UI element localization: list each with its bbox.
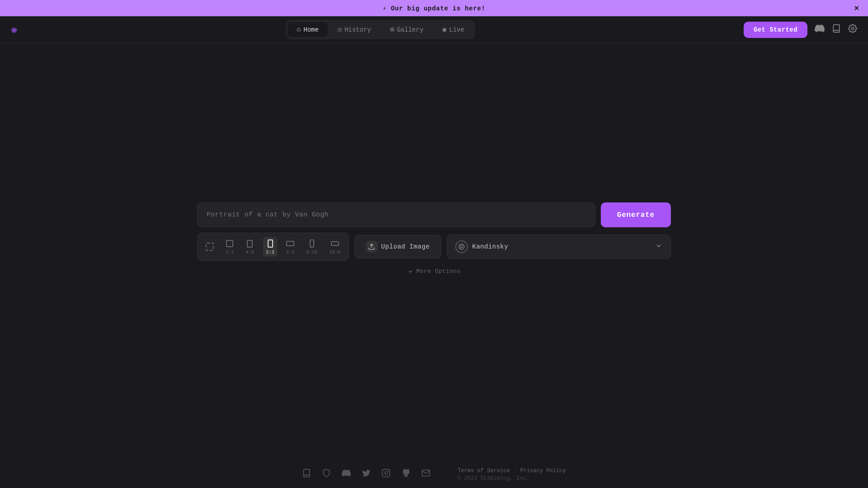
nav-label-history: History <box>344 26 371 33</box>
nav-item-live[interactable]: ◉Live <box>434 22 474 38</box>
aspect-shape-2:3 <box>268 239 273 249</box>
aspect-ratio-2:3[interactable]: 2:3 <box>263 237 277 257</box>
footer-copyright: © 2023 Stablecog, Inc. <box>458 475 529 482</box>
svg-point-6 <box>388 471 389 471</box>
nav-label-home: Home <box>303 26 319 33</box>
upload-icon <box>368 243 375 250</box>
model-selector[interactable]: Kandinsky <box>447 235 671 259</box>
nav-item-gallery[interactable]: ⊞Gallery <box>381 22 433 38</box>
banner-text: ⚡ Our big update is here! <box>382 5 486 12</box>
aspect-shape-1:1 <box>226 239 233 249</box>
footer-discord-icon[interactable] <box>342 469 351 480</box>
footer-book-icon[interactable] <box>302 469 311 480</box>
get-started-button[interactable]: Get Started <box>744 22 807 38</box>
nav-label-gallery: Gallery <box>397 26 424 33</box>
svg-point-0 <box>851 27 854 29</box>
svg-point-3 <box>459 244 464 249</box>
nav-icon-home: ⌂ <box>297 26 301 33</box>
svg-point-2 <box>460 245 462 248</box>
aspect-label-2:3: 2:3 <box>266 250 274 255</box>
main-nav: ⌂Home◷History⊞Gallery◉Live <box>286 20 475 39</box>
aspect-ratio-4:5[interactable]: 4:5 <box>243 237 257 257</box>
aspect-ratio-selector: 1:1 4:5 2:3 3:2 9:16 16:9 <box>197 233 349 261</box>
nav-icon-gallery: ⊞ <box>390 25 394 34</box>
footer: Terms of Service · Privacy Policy © 2023… <box>0 461 868 488</box>
nav-icon-live: ◉ <box>443 25 447 34</box>
aspect-ratio-3:2[interactable]: 3:2 <box>283 237 297 257</box>
terms-of-service-link[interactable]: Terms of Service <box>458 468 509 474</box>
more-options-button[interactable]: More Options <box>407 268 461 275</box>
footer-mail-icon[interactable] <box>421 469 430 480</box>
settings-icon[interactable] <box>848 24 857 36</box>
header: ❋ ⌂Home◷History⊞Gallery◉Live Get Started <box>0 16 868 43</box>
header-right: Get Started <box>744 22 857 38</box>
book-icon[interactable] <box>832 24 841 36</box>
upload-label: Upload Image <box>381 243 430 250</box>
footer-separator: · <box>514 468 517 474</box>
footer-icons <box>302 469 430 480</box>
svg-rect-4 <box>382 469 390 477</box>
aspect-ratio-16:9[interactable]: 16:9 <box>326 237 343 257</box>
footer-instagram-icon[interactable] <box>382 469 391 480</box>
options-row: 1:1 4:5 2:3 3:2 9:16 16:9 Upload Image <box>197 233 671 261</box>
aspect-label-16:9: 16:9 <box>329 250 340 255</box>
upload-icon-wrap <box>366 241 377 253</box>
aspect-label-9:16: 9:16 <box>306 250 317 255</box>
aspect-shape-free <box>206 242 214 252</box>
aspect-label-1:1: 1:1 <box>226 250 234 255</box>
chevron-down-icon <box>655 242 662 252</box>
nav-item-home[interactable]: ⌂Home <box>288 22 328 37</box>
nav-label-live: Live <box>449 26 465 33</box>
aspect-shape-16:9 <box>331 239 339 249</box>
nav-icon-history: ◷ <box>338 25 342 34</box>
generate-button[interactable]: Generate <box>601 202 671 227</box>
footer-twitter-icon[interactable] <box>362 469 371 480</box>
svg-point-5 <box>385 472 388 475</box>
announcement-banner: ⚡ Our big update is here! × <box>0 0 868 16</box>
footer-github-icon[interactable] <box>401 469 410 480</box>
footer-links: Terms of Service · Privacy Policy © 2023… <box>458 468 566 482</box>
prompt-container: Generate <box>197 202 671 227</box>
more-options-label: More Options <box>416 268 461 275</box>
aspect-ratio-1:1[interactable]: 1:1 <box>223 237 237 257</box>
aspect-label-3:2: 3:2 <box>286 250 295 255</box>
aspect-ratio-9:16[interactable]: 9:16 <box>303 237 320 257</box>
prompt-input[interactable] <box>197 202 595 227</box>
main-content: Generate 1:1 4:5 2:3 3:2 9:16 16:9 <box>0 43 868 461</box>
banner-close-button[interactable]: × <box>854 4 859 12</box>
footer-links-row: Terms of Service · Privacy Policy <box>458 468 566 474</box>
aspect-ratio-free[interactable] <box>203 240 217 253</box>
aspect-label-4:5: 4:5 <box>246 250 255 255</box>
privacy-policy-link[interactable]: Privacy Policy <box>520 468 566 474</box>
footer-support-icon[interactable] <box>322 469 331 480</box>
model-selector-left: Kandinsky <box>455 240 508 253</box>
nav-item-history[interactable]: ◷History <box>329 22 380 38</box>
logo-icon: ❋ <box>11 23 17 36</box>
discord-icon[interactable] <box>815 23 825 36</box>
aspect-shape-4:5 <box>247 239 253 249</box>
logo[interactable]: ❋ <box>11 23 17 36</box>
aspect-shape-3:2 <box>286 239 294 249</box>
aspect-shape-9:16 <box>310 239 314 249</box>
model-icon <box>455 240 468 253</box>
chevron-down-small-icon <box>407 268 414 275</box>
model-name: Kandinsky <box>472 243 508 250</box>
upload-image-button[interactable]: Upload Image <box>354 235 441 258</box>
